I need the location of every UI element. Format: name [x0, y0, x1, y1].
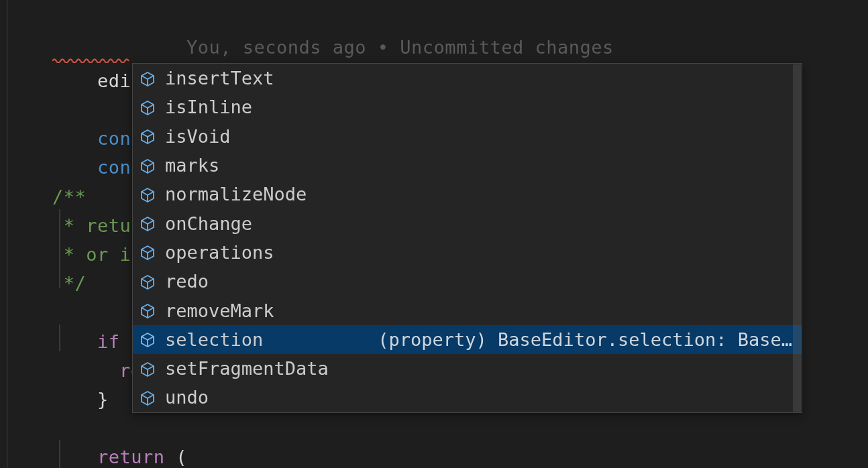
suggestion-item[interactable]: isVoid — [133, 122, 802, 151]
suggestion-item[interactable]: marks — [133, 151, 802, 180]
suggestion-label: undo — [165, 387, 209, 408]
gutter-edge — [7, 0, 8, 468]
suggestion-label: isInline — [165, 97, 252, 117]
suggestion-item[interactable]: undo — [133, 383, 802, 412]
field-icon — [140, 361, 156, 377]
suggestion-label: onChange — [165, 213, 252, 234]
field-icon — [140, 99, 156, 115]
scrollbar-thumb[interactable] — [793, 64, 801, 412]
intellisense-popup[interactable]: insertTextisInlineisVoidmarksnormalizeNo… — [132, 63, 802, 413]
suggestion-label: marks — [165, 155, 219, 176]
field-icon — [140, 158, 156, 174]
field-icon — [140, 215, 156, 231]
field-icon — [140, 128, 156, 144]
suggestion-label: insertText — [165, 68, 274, 89]
field-icon — [140, 331, 156, 347]
suggestion-label: normalizeNode — [165, 184, 307, 204]
suggestion-label: setFragmentData — [165, 358, 329, 379]
suggestion-item[interactable]: operations — [133, 238, 802, 267]
comment-line: * or i — [52, 240, 131, 270]
brace-close: } — [97, 389, 109, 410]
suggestion-item[interactable]: selection(property) BaseEditor.selection… — [133, 325, 802, 354]
suggestion-item[interactable]: redo — [133, 267, 802, 296]
code-editor-area[interactable]: editor. You, seconds ago • Uncommitted c… — [0, 0, 868, 468]
comment-close: */ — [52, 269, 86, 298]
suggestion-label: removeMark — [165, 300, 274, 321]
suggestion-item[interactable]: normalizeNode — [133, 180, 802, 209]
suggestion-label: redo — [165, 271, 209, 292]
suggestion-item[interactable]: isInline — [133, 93, 802, 121]
field-icon — [140, 244, 156, 260]
suggestion-label: operations — [165, 242, 274, 263]
suggestion-item[interactable]: onChange — [133, 209, 802, 237]
suggestion-label: isVoid — [165, 126, 231, 147]
field-icon — [140, 390, 156, 406]
field-icon — [140, 70, 156, 86]
error-squiggle — [52, 58, 131, 63]
field-icon — [140, 274, 156, 290]
git-blame-annotation: You, seconds ago • Uncommitted changes — [186, 37, 614, 58]
comment-line: * retu — [52, 211, 131, 241]
suggestion-item[interactable]: insertText — [133, 64, 802, 93]
suggestion-item[interactable]: setFragmentData — [133, 354, 802, 383]
comment-open: /** — [52, 182, 86, 212]
suggestion-item[interactable]: removeMark — [133, 296, 802, 325]
suggestion-label: selection — [165, 329, 263, 350]
field-icon — [140, 302, 156, 318]
suggestion-detail: (property) BaseEditor.selection: Base… — [291, 329, 792, 350]
field-icon — [140, 186, 156, 202]
